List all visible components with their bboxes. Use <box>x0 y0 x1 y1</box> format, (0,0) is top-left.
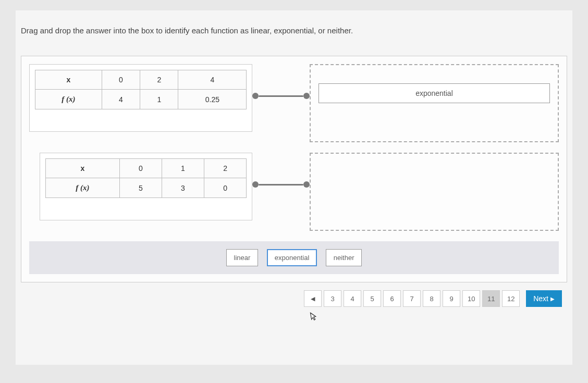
connector-dot-icon <box>303 181 310 188</box>
match-row-2: x 0 1 2 f (x) 5 3 0 <box>29 153 559 231</box>
cursor-icon <box>310 311 319 324</box>
page-button-10[interactable]: 10 <box>462 290 480 307</box>
page-button-9[interactable]: 9 <box>443 290 460 307</box>
function-table-1: x 0 2 4 f (x) 4 1 0.25 <box>29 64 252 132</box>
connector-2 <box>252 181 310 188</box>
pagination-bar: ◀ 3 4 5 6 7 8 9 10 11 12 Next ▶ <box>21 282 567 310</box>
fx-value: 1 <box>140 90 178 109</box>
connector-dot-icon <box>252 181 259 188</box>
page-button-7[interactable]: 7 <box>403 290 421 307</box>
drop-zone-1[interactable]: exponential <box>310 64 559 142</box>
data-table-2: x 0 1 2 f (x) 5 3 0 <box>45 158 247 198</box>
work-area: x 0 2 4 f (x) 4 1 0.25 <box>21 56 567 282</box>
x-value: 2 <box>204 159 247 178</box>
prev-page-button[interactable]: ◀ <box>304 290 322 307</box>
x-label: x <box>46 159 120 178</box>
x-label: x <box>35 70 102 90</box>
match-row-1: x 0 2 4 f (x) 4 1 0.25 <box>29 64 559 142</box>
choice-neither[interactable]: neither <box>326 249 362 266</box>
fx-value: 0.25 <box>178 90 247 109</box>
x-value: 2 <box>140 70 178 90</box>
page-button-4[interactable]: 4 <box>344 290 361 307</box>
connector-dot-icon <box>303 93 310 99</box>
page-button-5[interactable]: 5 <box>363 290 381 307</box>
fx-value: 3 <box>162 178 204 198</box>
table-row: x 0 1 2 <box>46 159 247 178</box>
fx-value: 0 <box>204 178 247 198</box>
chevron-left-icon: ◀ <box>311 295 315 302</box>
page-button-3[interactable]: 3 <box>324 290 341 307</box>
table-row: f (x) 5 3 0 <box>46 178 247 198</box>
function-table-2: x 0 1 2 f (x) 5 3 0 <box>40 153 252 220</box>
drop-zone-2[interactable] <box>310 153 559 231</box>
dropped-answer-1[interactable]: exponential <box>318 83 550 103</box>
connector-dot-icon <box>252 93 259 99</box>
choice-exponential[interactable]: exponential <box>267 249 317 266</box>
chevron-right-icon: ▶ <box>550 296 555 302</box>
page-button-12[interactable]: 12 <box>502 290 520 307</box>
next-button[interactable]: Next ▶ <box>526 290 562 307</box>
x-value: 0 <box>119 159 162 178</box>
page-button-11[interactable]: 11 <box>482 290 500 307</box>
table-row: x 0 2 4 <box>35 70 247 90</box>
x-value: 4 <box>178 70 247 90</box>
next-label: Next <box>533 294 548 303</box>
page-button-8[interactable]: 8 <box>423 290 440 307</box>
data-table-1: x 0 2 4 f (x) 4 1 0.25 <box>35 70 247 109</box>
table-row: f (x) 4 1 0.25 <box>35 90 247 109</box>
connector-1 <box>252 93 310 99</box>
instruction-text: Drag and drop the answer into the box to… <box>21 26 567 35</box>
fx-label: f (x) <box>62 95 75 103</box>
x-value: 1 <box>162 159 204 178</box>
connector-line-icon <box>259 95 303 97</box>
fx-value: 4 <box>102 90 140 109</box>
fx-value: 5 <box>119 178 162 198</box>
connector-line-icon <box>259 184 303 186</box>
page-button-6[interactable]: 6 <box>383 290 401 307</box>
fx-label: f (x) <box>76 183 89 192</box>
x-value: 0 <box>102 70 140 90</box>
choice-linear[interactable]: linear <box>226 249 259 266</box>
question-page: Drag and drop the answer into the box to… <box>16 10 572 365</box>
answer-bank: linear exponential neither <box>29 241 559 274</box>
